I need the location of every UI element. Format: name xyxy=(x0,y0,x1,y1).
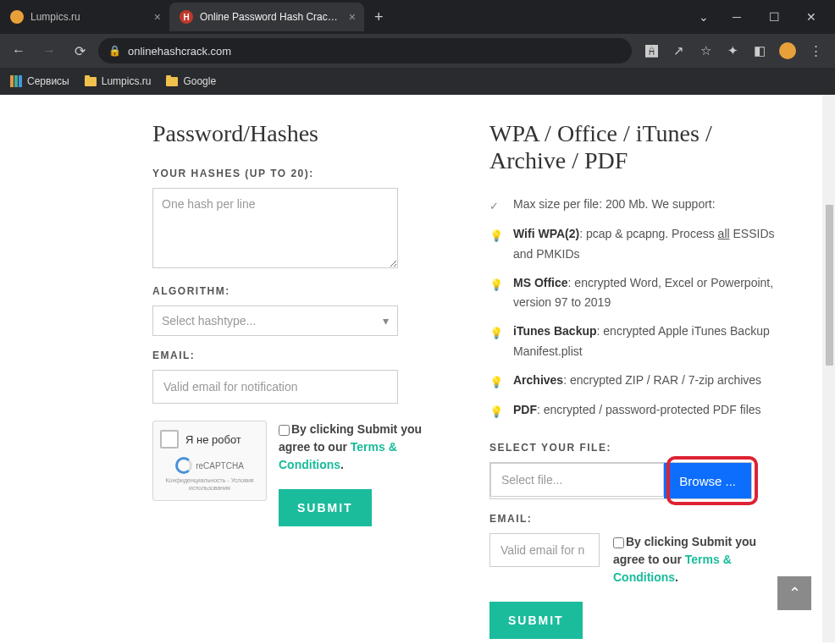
recaptcha-logo-icon xyxy=(175,457,192,474)
file-input[interactable] xyxy=(490,463,664,497)
browse-button[interactable]: Browse ... xyxy=(664,463,751,498)
address-bar: ← → ⟳ 🔒 onlinehashcrack.com 🅰 ↗ ☆ ✦ ◧ ⋮ xyxy=(0,34,835,68)
tab-title: Online Password Hash Crack - M xyxy=(200,11,342,23)
tab-title: Lumpics.ru xyxy=(30,11,147,23)
recaptcha-checkbox[interactable] xyxy=(160,430,179,449)
recaptcha-widget[interactable]: Я не робот reCAPTCHA Конфиденциальность … xyxy=(152,421,267,501)
tab-onlinehashcrack[interactable]: H Online Password Hash Crack - M × xyxy=(169,3,364,31)
grid-icon xyxy=(10,75,22,87)
algorithm-select[interactable]: Select hashtype... xyxy=(152,305,398,336)
terms-text: By clicking Submit you agree to our Term… xyxy=(613,533,784,586)
lock-icon: 🔒 xyxy=(108,45,121,57)
file-row: Browse ... xyxy=(489,462,752,499)
forward-button[interactable]: → xyxy=(37,39,61,63)
algorithm-label: ALGORITHM: xyxy=(152,285,447,297)
close-icon[interactable]: × xyxy=(349,10,356,24)
recaptcha-privacy[interactable]: Конфиденциальность - Условия использован… xyxy=(160,476,259,492)
features-list: ✓Max size per file: 200 Mb. We support: … xyxy=(489,195,784,421)
maximize-button[interactable]: ☐ xyxy=(757,4,791,30)
back-button[interactable]: ← xyxy=(7,39,30,63)
heading-password-hashes: Password/Hashes xyxy=(152,120,447,147)
share-icon[interactable]: ↗ xyxy=(671,43,686,58)
list-item: ✓Max size per file: 200 Mb. We support: xyxy=(489,195,784,216)
heading-wpa-office: WPA / Office / iTunes / Archive / PDF xyxy=(489,120,784,174)
terms-text: By clicking Submit you agree to our Term… xyxy=(279,421,447,474)
submit-button[interactable]: SUBMIT xyxy=(279,489,372,526)
email-label: EMAIL: xyxy=(152,350,447,361)
star-icon[interactable]: ☆ xyxy=(698,43,713,58)
bulb-icon: 💡 xyxy=(489,371,503,392)
recaptcha-label: Я не робот xyxy=(185,433,241,446)
bulb-icon: 💡 xyxy=(489,322,503,362)
terms-checkbox[interactable] xyxy=(613,537,624,548)
submit-button-right[interactable]: SUBMIT xyxy=(489,602,583,639)
url-box[interactable]: 🔒 onlinehashcrack.com xyxy=(98,38,632,63)
minimize-button[interactable]: ─ xyxy=(720,4,754,30)
hashes-textarea[interactable] xyxy=(152,188,398,268)
folder-icon xyxy=(166,77,178,86)
side-panel-icon[interactable]: ◧ xyxy=(752,43,767,58)
list-item: 💡iTunes Backup: encrypted Apple iTunes B… xyxy=(489,322,784,362)
list-item: 💡MS Office: encrypted Word, Excel or Pow… xyxy=(489,273,784,314)
page-content: Password/Hashes YOUR HASHES (UP TO 20): … xyxy=(0,95,835,644)
hashes-label: YOUR HASHES (UP TO 20): xyxy=(152,168,447,179)
wpa-office-section: WPA / Office / iTunes / Archive / PDF ✓M… xyxy=(489,120,784,639)
scrollbar[interactable] xyxy=(822,95,835,642)
close-window-button[interactable]: ✕ xyxy=(794,4,828,30)
favicon-h-icon: H xyxy=(180,10,193,24)
translate-icon[interactable]: 🅰 xyxy=(644,43,659,58)
bookmarks-bar: Сервисы Lumpics.ru Google xyxy=(0,68,835,95)
list-item: 💡PDF: encrypted / password-protected PDF… xyxy=(489,400,784,421)
check-icon: ✓ xyxy=(489,195,503,216)
bookmark-services[interactable]: Сервисы xyxy=(10,75,69,87)
email-input-right[interactable] xyxy=(489,533,600,567)
url-text: onlinehashcrack.com xyxy=(128,45,231,58)
scroll-top-button[interactable]: ⌃ xyxy=(777,576,811,610)
browser-titlebar: Lumpics.ru × H Online Password Hash Crac… xyxy=(0,0,835,34)
reload-button[interactable]: ⟳ xyxy=(68,39,91,63)
close-icon[interactable]: × xyxy=(154,10,161,24)
list-item: 💡Wifi WPA(2): pcap & pcapng. Process all… xyxy=(489,224,784,265)
list-item: 💡Archives: encrypted ZIP / RAR / 7-zip a… xyxy=(489,371,784,392)
menu-icon[interactable]: ⋮ xyxy=(808,43,823,58)
scrollbar-thumb[interactable] xyxy=(826,205,833,366)
bookmark-google[interactable]: Google xyxy=(166,75,216,87)
tab-lumpics[interactable]: Lumpics.ru × xyxy=(0,3,169,31)
email-input[interactable] xyxy=(152,370,398,404)
email-label: EMAIL: xyxy=(489,513,784,525)
chevron-down-icon[interactable]: ⌄ xyxy=(691,4,716,30)
bookmark-lumpics[interactable]: Lumpics.ru xyxy=(85,75,152,87)
password-hashes-section: Password/Hashes YOUR HASHES (UP TO 20): … xyxy=(152,120,447,639)
select-file-label: SELECT YOUR FILE: xyxy=(489,442,784,454)
bulb-icon: 💡 xyxy=(489,273,503,314)
folder-icon xyxy=(85,77,97,86)
new-tab-button[interactable]: + xyxy=(364,8,394,26)
bulb-icon: 💡 xyxy=(489,224,503,265)
terms-checkbox[interactable] xyxy=(279,425,290,436)
profile-avatar-icon[interactable] xyxy=(779,42,796,59)
favicon-orange-icon xyxy=(10,10,24,24)
extensions-icon[interactable]: ✦ xyxy=(725,43,740,58)
bulb-icon: 💡 xyxy=(489,400,503,421)
